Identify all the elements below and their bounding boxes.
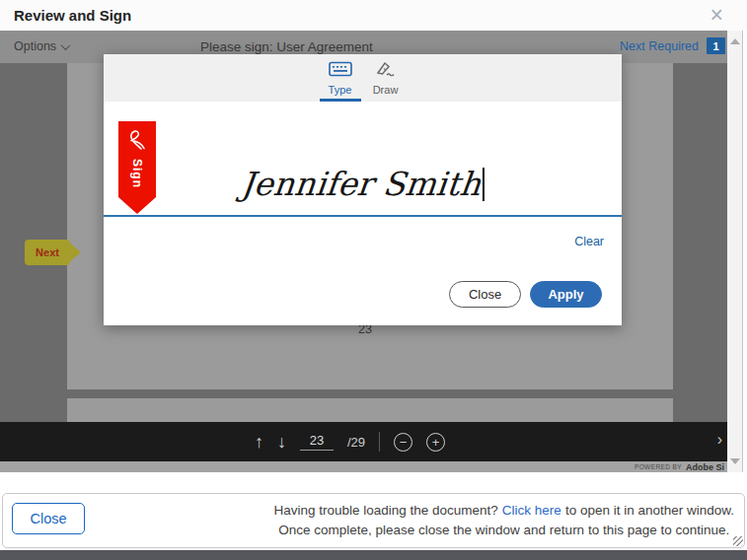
signature-apply-button[interactable]: Apply <box>530 281 602 308</box>
zoom-out-button[interactable]: − <box>394 433 412 452</box>
next-tag-label: Next <box>36 246 59 258</box>
click-here-link[interactable]: Click here <box>502 503 561 518</box>
toolbar-divider <box>379 432 380 452</box>
resize-handle[interactable] <box>733 536 743 546</box>
dialog-title: Review and Sign <box>14 7 131 24</box>
dialog-header: Review and Sign × <box>0 0 747 31</box>
keyboard-icon <box>329 61 352 81</box>
clear-link[interactable]: Clear <box>574 235 604 248</box>
zoom-in-button[interactable]: + <box>426 433 445 452</box>
pdf-toolbar: ↑ ↓ /29 − + › <box>0 422 727 461</box>
scroll-up-icon[interactable] <box>730 38 740 44</box>
close-icon[interactable]: × <box>710 1 723 29</box>
adobe-sign-brand: Adobe Si <box>686 462 724 472</box>
signature-value: Jennifer Smith <box>239 165 483 203</box>
footer-help-line1-before: Having trouble loading the document? <box>273 503 497 518</box>
page-up-icon[interactable]: ↑ <box>255 433 263 451</box>
footer-help-line2: Once complete, please close the window a… <box>273 521 734 540</box>
powered-by-strip: POWERED BY Adobe Si <box>0 461 727 472</box>
tab-draw[interactable]: Draw <box>365 54 407 102</box>
page-total-label: /29 <box>347 435 365 450</box>
signature-modal: Type Draw Sign Jennifer Smith Clear Clos… <box>104 54 622 325</box>
text-caret <box>483 168 485 201</box>
next-field-tag[interactable]: Next <box>25 240 70 265</box>
next-required-button[interactable]: Next Required 1 <box>620 37 725 54</box>
chevron-down-icon <box>61 40 71 50</box>
next-required-count-badge: 1 <box>707 37 725 54</box>
viewer-scrollbar[interactable] <box>727 31 743 472</box>
powered-by-prefix: POWERED BY <box>635 463 682 470</box>
options-menu[interactable]: Options <box>14 39 69 53</box>
options-label: Options <box>14 39 56 53</box>
footer-help-line1: Having trouble loading the document?Clic… <box>273 501 734 521</box>
review-and-sign-window: Review and Sign × Options Please sign: U… <box>0 0 747 560</box>
scroll-down-icon[interactable] <box>730 458 740 464</box>
page-down-icon[interactable]: ↓ <box>277 433 286 451</box>
page-number-input[interactable] <box>300 433 334 451</box>
footer-panel: Close Having trouble loading the documen… <box>2 493 745 548</box>
tab-draw-label: Draw <box>373 84 399 96</box>
signature-input[interactable]: Jennifer Smith <box>102 165 624 203</box>
toolbar-overflow-chevron-icon[interactable]: › <box>717 431 722 449</box>
footer-close-button[interactable]: Close <box>12 503 85 534</box>
next-tag-arrow <box>68 242 81 263</box>
adobe-acrobat-logo-icon <box>126 127 148 155</box>
signature-close-button[interactable]: Close <box>449 281 521 308</box>
tab-type[interactable]: Type <box>320 54 361 102</box>
footer-help-line1-after: to open it in another window. <box>565 503 734 518</box>
next-required-label: Next Required <box>620 39 699 53</box>
window-bottom-edge <box>0 550 747 560</box>
document-next-page <box>67 398 673 422</box>
sign-instruction-title: Please sign: User Agreement <box>200 39 373 54</box>
signature-baseline <box>104 215 622 217</box>
signature-modal-tabs: Type Draw <box>104 54 622 102</box>
footer-help-text: Having trouble loading the document?Clic… <box>273 501 734 540</box>
tab-type-label: Type <box>329 84 352 96</box>
pen-icon <box>375 61 397 81</box>
